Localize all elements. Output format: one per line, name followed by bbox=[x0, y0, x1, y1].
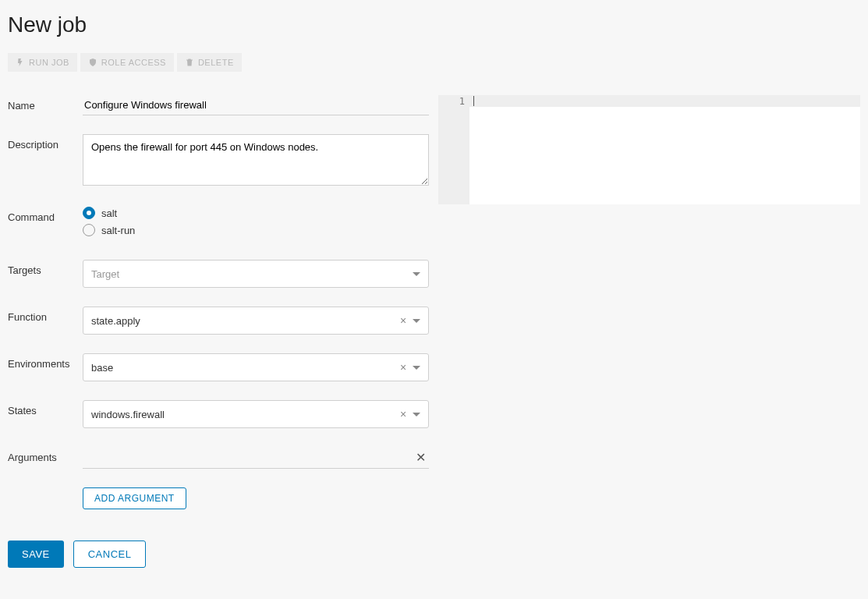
add-argument-button[interactable]: ADD ARGUMENT bbox=[83, 487, 186, 509]
clear-icon[interactable]: × bbox=[397, 408, 409, 420]
run-job-button[interactable]: RUN JOB bbox=[8, 53, 77, 72]
remove-argument-icon[interactable]: ✕ bbox=[413, 450, 429, 465]
code-editor[interactable]: 1 bbox=[438, 95, 860, 204]
delete-label: DELETE bbox=[198, 58, 234, 67]
run-job-label: RUN JOB bbox=[29, 58, 69, 67]
environments-label: Environments bbox=[8, 353, 83, 381]
clear-icon[interactable]: × bbox=[397, 314, 409, 327]
chevron-down-icon bbox=[413, 319, 420, 323]
targets-placeholder: Target bbox=[91, 268, 413, 280]
name-label: Name bbox=[8, 95, 83, 115]
targets-select[interactable]: Target bbox=[83, 260, 429, 288]
shield-icon bbox=[88, 58, 97, 67]
environments-value: base bbox=[91, 362, 397, 374]
function-select[interactable]: state.apply × bbox=[83, 307, 429, 335]
arguments-label: Arguments bbox=[8, 447, 83, 469]
editor-cursor bbox=[473, 96, 474, 106]
argument-input[interactable] bbox=[83, 452, 413, 463]
environments-select[interactable]: base × bbox=[83, 353, 429, 381]
function-label: Function bbox=[8, 307, 83, 335]
footer: SAVE CANCEL bbox=[8, 541, 429, 568]
form-column: Name Description Opens the firewall for … bbox=[8, 95, 429, 568]
editor-gutter: 1 bbox=[438, 95, 469, 204]
argument-row: ✕ bbox=[83, 447, 429, 469]
states-select[interactable]: windows.firewall × bbox=[83, 400, 429, 428]
chevron-down-icon bbox=[413, 272, 420, 276]
command-radio-salt-run[interactable]: salt-run bbox=[83, 224, 429, 236]
description-label: Description bbox=[8, 134, 83, 188]
editor-active-line bbox=[469, 95, 860, 107]
targets-label: Targets bbox=[8, 260, 83, 288]
delete-button[interactable]: DELETE bbox=[177, 53, 242, 72]
save-button[interactable]: SAVE bbox=[8, 541, 64, 568]
radio-icon bbox=[83, 207, 95, 219]
toolbar: RUN JOB ROLE ACCESS DELETE bbox=[8, 53, 860, 72]
radio-label-salt-run: salt-run bbox=[101, 225, 135, 236]
chevron-down-icon bbox=[413, 366, 420, 370]
cancel-button[interactable]: CANCEL bbox=[73, 541, 147, 568]
description-textarea[interactable]: Opens the firewall for port 445 on Windo… bbox=[83, 134, 429, 186]
states-label: States bbox=[8, 400, 83, 428]
code-editor-column: 1 bbox=[438, 95, 860, 568]
command-radio-salt[interactable]: salt bbox=[83, 207, 429, 219]
bolt-icon bbox=[16, 58, 25, 67]
radio-icon bbox=[83, 224, 95, 236]
chevron-down-icon bbox=[413, 413, 420, 416]
clear-icon[interactable]: × bbox=[397, 361, 409, 374]
states-value: windows.firewall bbox=[91, 409, 397, 420]
role-access-label: ROLE ACCESS bbox=[101, 58, 166, 67]
line-number: 1 bbox=[438, 96, 465, 107]
radio-label-salt: salt bbox=[101, 207, 117, 219]
page-title: New job bbox=[8, 12, 860, 37]
name-input[interactable] bbox=[83, 95, 429, 115]
trash-icon bbox=[185, 58, 194, 67]
role-access-button[interactable]: ROLE ACCESS bbox=[80, 53, 174, 72]
command-label: Command bbox=[8, 207, 83, 241]
function-value: state.apply bbox=[91, 315, 397, 327]
